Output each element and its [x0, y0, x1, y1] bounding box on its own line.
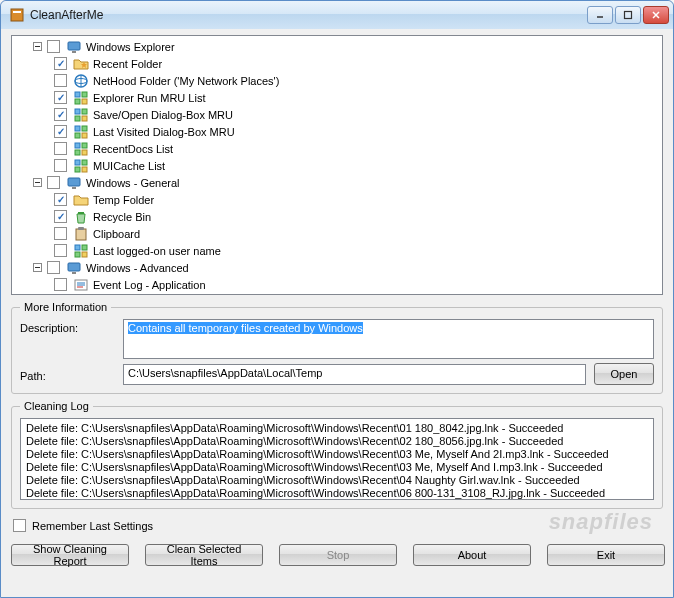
remember-checkbox[interactable]: [13, 519, 26, 532]
tree-item[interactable]: Explorer Run MRU List: [12, 89, 662, 106]
minimize-button[interactable]: [587, 6, 613, 24]
tree-item[interactable]: Recent Folder: [12, 55, 662, 72]
window-buttons: [587, 6, 669, 24]
svg-rect-38: [78, 212, 84, 214]
tree-checkbox[interactable]: [54, 74, 67, 87]
tree-checkbox[interactable]: [54, 244, 67, 257]
tree-item-label: RecentDocs List: [93, 143, 173, 155]
eventlog-icon: [73, 277, 89, 293]
tree-item[interactable]: Recycle Bin: [12, 208, 662, 225]
tree-item-label: Last Visited Dialog-Box MRU: [93, 126, 235, 138]
svg-rect-31: [82, 160, 87, 165]
tree-item[interactable]: MUICache List: [12, 157, 662, 174]
svg-rect-25: [82, 133, 87, 138]
stop-button[interactable]: Stop: [279, 544, 397, 566]
svg-rect-23: [82, 126, 87, 131]
tree-checkbox[interactable]: [54, 108, 67, 121]
cleaning-log-legend: Cleaning Log: [20, 400, 93, 412]
registry-icon: [73, 158, 89, 174]
tree-item[interactable]: Event Log - Application: [12, 276, 662, 293]
svg-rect-20: [75, 116, 80, 121]
expander-icon[interactable]: [32, 177, 43, 188]
open-button[interactable]: Open: [594, 363, 654, 385]
tree-item[interactable]: Save/Open Dialog-Box MRU: [12, 106, 662, 123]
svg-rect-0: [11, 9, 23, 21]
svg-rect-36: [68, 178, 80, 186]
svg-rect-44: [82, 252, 87, 257]
description-text: Contains all temporary files created by …: [128, 322, 363, 334]
about-button[interactable]: About: [413, 544, 531, 566]
svg-rect-26: [75, 143, 80, 148]
svg-rect-43: [75, 252, 80, 257]
tree-view[interactable]: Windows ExplorerRecent FolderNetHood Fol…: [11, 35, 663, 295]
path-label: Path:: [20, 367, 115, 382]
registry-icon: [73, 243, 89, 259]
cleaning-log-group: Cleaning Log Delete file: C:\Users\snapf…: [11, 400, 663, 509]
tree-checkbox[interactable]: [54, 210, 67, 223]
clipboard-icon: [73, 226, 89, 242]
tree-checkbox[interactable]: [47, 261, 60, 274]
tree-item[interactable]: Clipboard: [12, 225, 662, 242]
svg-rect-16: [75, 99, 80, 104]
close-button[interactable]: [643, 6, 669, 24]
expander-icon[interactable]: [32, 41, 43, 52]
clean-button[interactable]: Clean Selected Items: [145, 544, 263, 566]
tree-checkbox[interactable]: [54, 125, 67, 138]
log-line: Delete file: C:\Users\snapfiles\AppData\…: [26, 435, 648, 448]
description-box[interactable]: Contains all temporary files created by …: [123, 319, 654, 359]
show-report-button[interactable]: Show Cleaning Report: [11, 544, 129, 566]
tree-item-label: Save/Open Dialog-Box MRU: [93, 109, 233, 121]
tree-item[interactable]: Last logged-on user name: [12, 242, 662, 259]
svg-rect-40: [78, 227, 84, 230]
log-box[interactable]: Delete file: C:\Users\snapfiles\AppData\…: [20, 418, 654, 500]
svg-rect-27: [82, 143, 87, 148]
tree-group[interactable]: Windows Explorer: [12, 38, 662, 55]
svg-rect-9: [72, 51, 76, 53]
tree-item[interactable]: NetHood Folder ('My Network Places'): [12, 72, 662, 89]
tree-group-label: Windows - Advanced: [86, 262, 189, 274]
svg-rect-24: [75, 133, 80, 138]
exit-button[interactable]: Exit: [547, 544, 665, 566]
tree-item[interactable]: RecentDocs List: [12, 140, 662, 157]
tree-item-label: Temp Folder: [93, 194, 154, 206]
svg-rect-37: [72, 187, 76, 189]
maximize-button[interactable]: [615, 6, 641, 24]
svg-rect-42: [82, 245, 87, 250]
svg-rect-48: [72, 272, 76, 274]
tree-checkbox[interactable]: [47, 176, 60, 189]
svg-rect-19: [82, 109, 87, 114]
tree-checkbox[interactable]: [54, 278, 67, 291]
tree-checkbox[interactable]: [47, 40, 60, 53]
folder-icon: [73, 192, 89, 208]
log-line: Delete file: C:\Users\snapfiles\AppData\…: [26, 422, 648, 435]
remember-label: Remember Last Settings: [32, 520, 153, 532]
tree-item-label: Explorer Run MRU List: [93, 92, 205, 104]
more-info-group: More Information Description: Contains a…: [11, 301, 663, 394]
tree-item-label: Recycle Bin: [93, 211, 151, 223]
description-label: Description:: [20, 319, 115, 334]
tree-checkbox[interactable]: [54, 57, 67, 70]
tree-checkbox[interactable]: [54, 227, 67, 240]
tree-checkbox[interactable]: [54, 142, 67, 155]
tree-item-label: Clipboard: [93, 228, 140, 240]
tree-checkbox[interactable]: [54, 193, 67, 206]
button-bar: Show Cleaning Report Clean Selected Item…: [11, 542, 663, 566]
tree-group[interactable]: Windows - General: [12, 174, 662, 191]
tree-item-label: Recent Folder: [93, 58, 162, 70]
path-input[interactable]: C:\Users\snapfiles\AppData\Local\Temp: [123, 364, 586, 385]
tree-item[interactable]: Temp Folder: [12, 191, 662, 208]
tree-group-label: Windows - General: [86, 177, 180, 189]
tree-item[interactable]: Last Visited Dialog-Box MRU: [12, 123, 662, 140]
tree-group[interactable]: Windows - Advanced: [12, 259, 662, 276]
svg-rect-41: [75, 245, 80, 250]
tree-group-label: Windows Explorer: [86, 41, 175, 53]
recycle-icon: [73, 209, 89, 225]
app-window: CleanAfterMe Windows ExplorerRecent Fold…: [0, 0, 674, 598]
log-line: Delete file: C:\Users\snapfiles\AppData\…: [26, 474, 648, 487]
network-icon: [73, 73, 89, 89]
tree-checkbox[interactable]: [54, 91, 67, 104]
registry-icon: [73, 90, 89, 106]
expander-icon[interactable]: [32, 262, 43, 273]
tree-checkbox[interactable]: [54, 159, 67, 172]
titlebar[interactable]: CleanAfterMe: [1, 1, 673, 29]
